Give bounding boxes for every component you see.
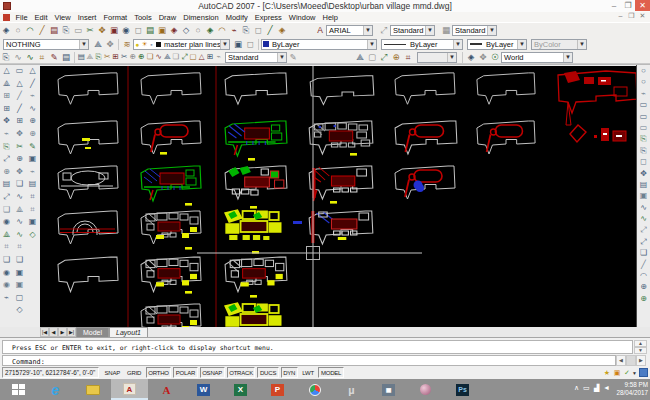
status-toggle-snap[interactable]: SNAP: [102, 367, 123, 378]
cone-icon[interactable]: ╱: [14, 103, 25, 116]
center-mark-icon[interactable]: ▢: [189, 51, 198, 63]
join-icon[interactable]: ∿: [638, 213, 649, 224]
polygon-icon[interactable]: ⊞: [1, 103, 12, 116]
offset-icon[interactable]: ▭: [638, 99, 649, 110]
open-icon[interactable]: ○: [12, 24, 24, 36]
loft-icon[interactable]: ∿: [14, 229, 25, 242]
bring-above-objects-icon[interactable]: ⊕: [638, 281, 649, 292]
dim-style-combo[interactable]: Standard▼: [390, 25, 435, 36]
render-window-icon[interactable]: ◇: [27, 229, 38, 242]
revision-cloud-icon[interactable]: ⤢: [1, 153, 12, 166]
table-style-manager-icon[interactable]: ⤢: [378, 51, 390, 63]
cut-icon[interactable]: ▭: [72, 24, 84, 36]
circle-icon[interactable]: ⎘: [1, 141, 12, 154]
advanced-render-settings-icon[interactable]: ⌁: [27, 166, 38, 179]
jogged-icon[interactable]: ✂: [120, 51, 129, 63]
make-object-layer-current-icon[interactable]: ▣: [232, 38, 244, 50]
paste-icon[interactable]: ✥: [96, 24, 108, 36]
command-input[interactable]: Command:: [2, 355, 616, 366]
tolerance-icon[interactable]: ⤢: [180, 51, 189, 63]
close-button[interactable]: ✕: [635, 0, 650, 11]
rotate-icon[interactable]: ⎘: [638, 133, 649, 144]
menu-dimension[interactable]: Dimension: [180, 13, 222, 22]
multiline-text-icon[interactable]: ⌁: [1, 292, 12, 305]
menu-view[interactable]: View: [51, 13, 74, 22]
planar-surface-icon[interactable]: ❏: [14, 178, 25, 191]
menu-format[interactable]: Format: [100, 13, 131, 22]
start-button-taskbar-icon[interactable]: [0, 379, 37, 400]
box-icon[interactable]: △: [14, 78, 25, 91]
lights-icon[interactable]: ⌁: [27, 90, 38, 103]
menu-file[interactable]: File: [12, 13, 31, 22]
draw-order-back-icon[interactable]: ∿: [24, 51, 36, 63]
cylinder-icon[interactable]: ✥: [14, 128, 25, 141]
new-icon[interactable]: ◈: [0, 24, 12, 36]
render-icon[interactable]: ╱: [27, 78, 38, 91]
minimize-button[interactable]: –: [607, 0, 621, 11]
intersect-icon[interactable]: ▣: [14, 267, 25, 280]
planar-mapping-icon[interactable]: ✎: [27, 141, 38, 154]
color-combo[interactable]: ByLayer▼: [261, 39, 377, 50]
dim-update-icon[interactable]: ✎: [287, 51, 299, 63]
autocad-2007-taskbar-icon[interactable]: A: [111, 379, 148, 400]
arc-icon[interactable]: ⌁: [1, 128, 12, 141]
3d-orbit-icon[interactable]: ▣: [14, 279, 25, 292]
subtract-icon[interactable]: ❏: [14, 254, 25, 267]
zoom-window-icon[interactable]: ◇: [180, 24, 192, 36]
bring-to-front-icon[interactable]: ╱: [638, 259, 649, 270]
tray-icon-2[interactable]: ▟: [594, 384, 599, 392]
status-toggle-grid[interactable]: GRID: [125, 367, 144, 378]
ordinate-icon[interactable]: ✂: [103, 51, 112, 63]
aligned-dimension-icon[interactable]: ⟁: [86, 51, 95, 63]
photoshop-taskbar-icon[interactable]: Ps: [444, 379, 481, 400]
named-views-icon[interactable]: ▤: [60, 51, 72, 63]
sun-properties-icon[interactable]: ∿: [27, 103, 38, 116]
polyline-icon[interactable]: ⊞: [1, 90, 12, 103]
extrude-icon[interactable]: ∿: [14, 191, 25, 204]
menu-tools[interactable]: Tools: [131, 13, 156, 22]
dimstyle-combo[interactable]: Standard▼: [225, 52, 287, 63]
table-style-icon[interactable]: ▦: [440, 24, 452, 36]
model-canvas[interactable]: [40, 66, 636, 328]
command-hscrollbar[interactable]: ◀▶: [616, 355, 647, 366]
sweep-icon[interactable]: ∿: [14, 216, 25, 229]
lineweight-combo[interactable]: ByLayer▼: [467, 39, 527, 50]
chamfer-icon[interactable]: ⤢: [638, 224, 649, 235]
menu-draw[interactable]: Draw: [155, 13, 180, 22]
baseline-icon[interactable]: ∿: [154, 51, 163, 63]
quick-leader-icon[interactable]: ❏: [172, 51, 181, 63]
ucs-previous-icon[interactable]: ✥: [477, 51, 489, 63]
revolve-icon[interactable]: ⟁: [14, 204, 25, 217]
table-style-combo[interactable]: Standard▼: [452, 25, 497, 36]
calculator-taskbar-icon[interactable]: ▦: [370, 379, 407, 400]
status-toggle-lwt[interactable]: LWT: [300, 367, 317, 378]
my-workspace-icon[interactable]: ✥: [104, 38, 116, 50]
angular-icon[interactable]: ⊕: [137, 51, 146, 63]
insert-block-icon[interactable]: ❏: [1, 204, 12, 217]
light-list-icon[interactable]: ⊕: [27, 115, 38, 128]
clean-screen-button[interactable]: [639, 368, 648, 377]
status-toggle-model[interactable]: MODEL: [318, 367, 343, 378]
status-toggle-ortho[interactable]: ORTHO: [146, 367, 172, 378]
move-icon[interactable]: ▭: [638, 122, 649, 133]
tab-nav-1[interactable]: ◀: [49, 327, 58, 337]
point-icon[interactable]: ⟁: [1, 229, 12, 242]
mirror-icon[interactable]: ⌁: [638, 88, 649, 99]
array-icon[interactable]: ▭: [638, 111, 649, 122]
command-history[interactable]: Press ESC or ENTER to exit, or right-cli…: [2, 340, 633, 354]
menu-insert[interactable]: Insert: [74, 13, 100, 22]
3d-move-icon[interactable]: ▤: [27, 178, 38, 191]
status-toggle-dyn[interactable]: DYN: [281, 367, 298, 378]
3d-rotate-icon[interactable]: ⌗: [27, 191, 38, 204]
3d-align-icon[interactable]: ⌗: [27, 204, 38, 217]
workspace-settings-icon[interactable]: ⟁: [92, 38, 104, 50]
linear-dimension-icon[interactable]: ▤: [77, 51, 86, 63]
ellipse-arc-icon[interactable]: ⤢: [1, 191, 12, 204]
fillet-icon[interactable]: ⤢: [638, 236, 649, 247]
layer-properties-icon[interactable]: ≋: [121, 38, 133, 50]
construction-line-icon[interactable]: ⟁: [1, 78, 12, 91]
workspace-combo[interactable]: NOTHING▼: [3, 39, 89, 50]
toolbar-lock-icon[interactable]: ▣: [612, 369, 622, 377]
diameter-icon[interactable]: ⊕: [129, 51, 138, 63]
sphere-icon[interactable]: ⊞: [14, 115, 25, 128]
